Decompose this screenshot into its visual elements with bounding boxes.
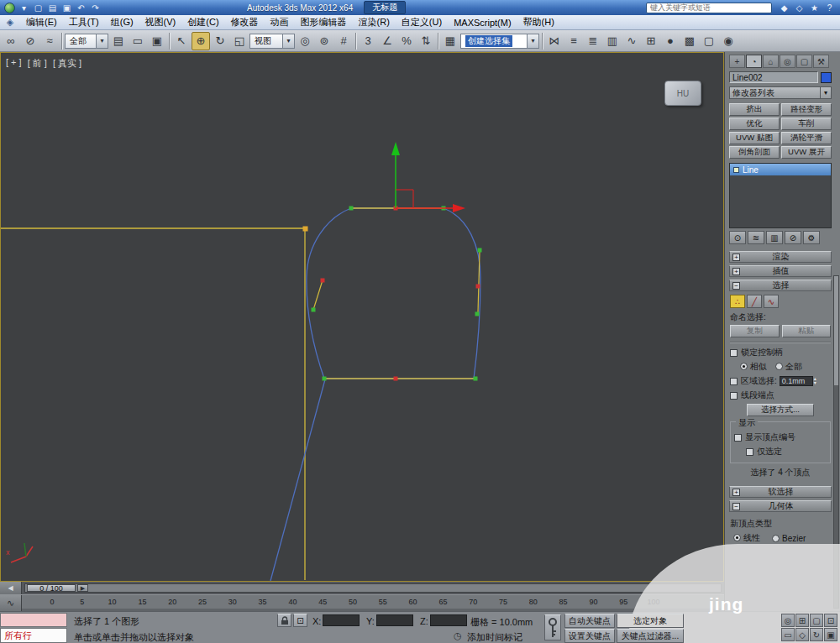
- zoom-extents-icon[interactable]: ▢: [810, 614, 823, 627]
- checkbox-icon[interactable]: [730, 392, 738, 400]
- material-editor-icon[interactable]: ●: [661, 32, 680, 50]
- set-key-button[interactable]: 设置关键点: [564, 629, 615, 643]
- viewport-menu-shading[interactable]: [ 真实 ]: [53, 57, 81, 70]
- copy-button[interactable]: 复制: [730, 325, 780, 337]
- spline-vertices[interactable]: [303, 206, 482, 381]
- spline-subobject-icon[interactable]: ∿: [764, 295, 779, 308]
- infocenter-search-input[interactable]: [646, 3, 772, 13]
- checkbox-icon[interactable]: [734, 434, 742, 442]
- linear-radio[interactable]: 线性: [733, 532, 760, 544]
- previous-frame-arrow-icon[interactable]: ◀: [0, 582, 22, 594]
- absolute-offset-mode-toggle[interactable]: ⊡: [293, 614, 307, 627]
- front-viewport[interactable]: [ + ] [ 前 ] [ 真实 ] HU: [0, 52, 724, 582]
- scrollbar-thumb[interactable]: [834, 276, 838, 385]
- rectangular-selection-region-icon[interactable]: ▭: [129, 32, 147, 50]
- show-vertex-numbers-checkbox[interactable]: 显示顶点编号: [734, 431, 827, 443]
- align-icon[interactable]: ≡: [564, 32, 583, 50]
- bind-to-space-warp-icon[interactable]: ≈: [40, 32, 59, 50]
- select-object-icon[interactable]: ↖: [172, 32, 191, 50]
- checkbox-icon[interactable]: [746, 448, 753, 456]
- selected-only-checkbox[interactable]: 仅选定: [734, 446, 827, 457]
- tab-hierarchy[interactable]: ⌂: [763, 55, 779, 68]
- set-keys-button[interactable]: [544, 614, 561, 640]
- expand-icon[interactable]: +: [732, 254, 740, 261]
- stack-item-line[interactable]: Line: [730, 164, 831, 175]
- rendered-frame-window-icon[interactable]: ▢: [700, 32, 718, 50]
- select-and-link-icon[interactable]: ∞: [2, 32, 20, 50]
- bezier-radio[interactable]: Bezier: [772, 534, 806, 543]
- window-crossing-icon[interactable]: ▣: [148, 32, 166, 50]
- pan-hand-icon[interactable]: ◇: [795, 628, 809, 641]
- percent-snap-icon[interactable]: %: [397, 32, 416, 50]
- redo-icon[interactable]: ↷: [89, 2, 102, 13]
- favorites-icon[interactable]: ★: [808, 2, 821, 13]
- y-coordinate-field[interactable]: [376, 614, 413, 626]
- chevron-down-icon[interactable]: [820, 87, 831, 98]
- spline-shape-yellow[interactable]: [1, 228, 305, 580]
- vertex-subobject-icon[interactable]: ∴: [730, 295, 745, 308]
- rollout-interpolation[interactable]: + 插值: [729, 265, 832, 277]
- open-file-icon[interactable]: ▤: [46, 2, 59, 13]
- keyboard-shortcut-override-icon[interactable]: #: [334, 32, 353, 50]
- modifier-button-optimize[interactable]: 优化: [729, 118, 780, 130]
- select-and-manipulate-icon[interactable]: ⊚: [315, 32, 333, 50]
- collapse-icon[interactable]: −: [732, 282, 740, 290]
- app-menu-icon[interactable]: ▾: [18, 2, 30, 13]
- all-radio[interactable]: 全部: [775, 361, 802, 373]
- orbit-icon[interactable]: ↻: [810, 628, 823, 641]
- time-slider-track[interactable]: 0 / 100 ▶: [24, 583, 722, 593]
- segment-end-checkbox[interactable]: 线段端点: [730, 389, 831, 401]
- render-setup-icon[interactable]: ▩: [680, 32, 699, 50]
- menu-maxscript[interactable]: MAXScript(M): [448, 15, 517, 29]
- viewport-menu-general[interactable]: [ + ]: [6, 57, 22, 70]
- maxscript-listener-line[interactable]: 所有行: [0, 628, 67, 643]
- menu-modifiers[interactable]: 修改器: [225, 15, 265, 29]
- render-production-icon[interactable]: ◉: [719, 32, 738, 50]
- add-time-tag[interactable]: 添加时间标记: [467, 631, 522, 643]
- selection-filter-dropdown[interactable]: 全部: [65, 34, 108, 49]
- radio-icon[interactable]: [733, 534, 741, 541]
- object-name-field[interactable]: Line002: [729, 71, 818, 83]
- key-filters-button[interactable]: 关键点过滤器...: [617, 629, 684, 643]
- selected-segments[interactable]: [313, 208, 480, 379]
- modifier-button-bevel-profile[interactable]: 倒角剖面: [729, 146, 780, 159]
- expand-icon[interactable]: +: [732, 489, 740, 496]
- unlink-selection-icon[interactable]: ⊘: [21, 32, 39, 50]
- modifier-button-uvw-map[interactable]: UVW 贴图: [729, 132, 780, 144]
- rollout-soft-selection[interactable]: + 软选择: [729, 486, 832, 498]
- viewport-canvas[interactable]: x: [1, 53, 723, 581]
- viewport-menu-view[interactable]: [ 前 ]: [28, 57, 47, 70]
- radio-icon[interactable]: [775, 363, 783, 370]
- transform-gizmo[interactable]: [391, 142, 465, 212]
- use-pivot-center-icon[interactable]: ◎: [296, 32, 314, 50]
- tab-display[interactable]: ▢: [796, 55, 812, 68]
- track-bar-ruler[interactable]: 0510152025303540455055606570758085909510…: [22, 595, 724, 611]
- rollout-selection[interactable]: − 选择: [729, 280, 832, 291]
- zoom-extents-all-icon[interactable]: ⊡: [824, 614, 837, 627]
- modifier-button-turbosmooth[interactable]: 涡轮平滑: [781, 132, 832, 144]
- tab-create[interactable]: +: [729, 55, 745, 68]
- key-filter-scope-dropdown[interactable]: 选定对象: [617, 614, 684, 628]
- radio-icon[interactable]: [740, 363, 748, 370]
- z-coordinate-field[interactable]: [430, 614, 467, 626]
- tab-utilities[interactable]: ⚒: [813, 55, 829, 68]
- select-by-button[interactable]: 选择方式...: [747, 404, 814, 416]
- undo-icon[interactable]: ↶: [75, 2, 87, 13]
- menu-customize[interactable]: 自定义(U): [396, 15, 448, 29]
- modifier-button-lathe[interactable]: 车削: [781, 118, 832, 130]
- menu-create[interactable]: 创建(C): [181, 15, 224, 29]
- help-icon[interactable]: ?: [823, 2, 836, 13]
- spinner-snap-icon[interactable]: ⇅: [417, 32, 435, 50]
- selection-lock-toggle[interactable]: [277, 614, 291, 627]
- rollout-geometry[interactable]: − 几何体: [729, 500, 832, 512]
- area-selection-checkbox[interactable]: [730, 378, 738, 385]
- angle-snap-icon[interactable]: ∠: [378, 32, 396, 50]
- curve-editor-icon[interactable]: ∿: [622, 32, 641, 50]
- rollout-rendering[interactable]: + 渲染: [729, 251, 832, 263]
- select-and-scale-icon[interactable]: ◱: [230, 32, 249, 50]
- modifier-button-extrude[interactable]: 挤出: [729, 103, 780, 116]
- lock-handles-checkbox[interactable]: 锁定控制柄: [730, 347, 831, 358]
- modifier-button-path-deform[interactable]: 路径变形: [781, 103, 832, 116]
- tab-motion[interactable]: ◎: [780, 55, 795, 68]
- chevron-down-icon[interactable]: [282, 34, 294, 48]
